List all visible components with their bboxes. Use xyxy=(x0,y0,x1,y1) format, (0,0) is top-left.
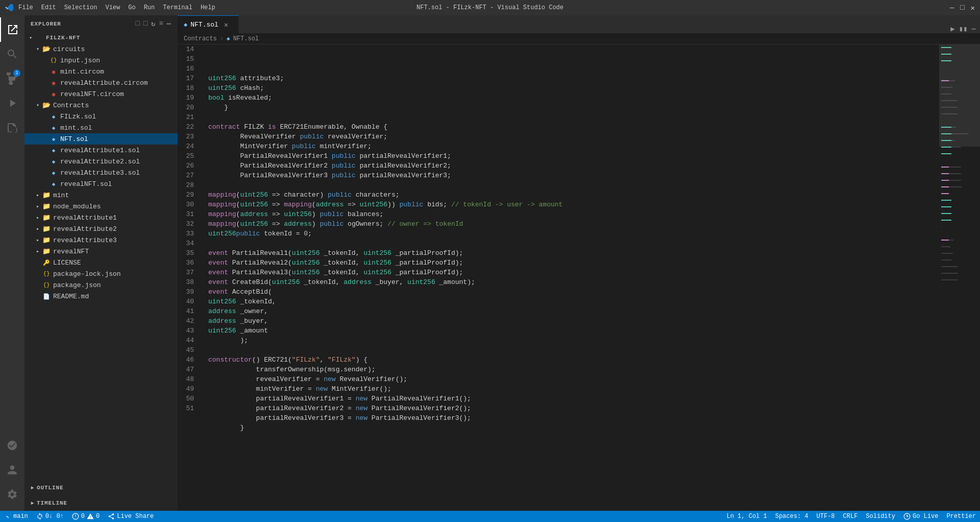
status-golive[interactable]: Go Live xyxy=(899,513,942,520)
status-line-ending[interactable]: CRLF xyxy=(839,513,862,520)
code-line-46: mintVerifier = new MintVerifier(); xyxy=(208,384,939,394)
tree-item-input-json[interactable]: {}input.json xyxy=(24,55,178,66)
file-icon-revealAttribute1-folder: 📁 xyxy=(42,213,51,222)
activity-search[interactable] xyxy=(0,42,24,66)
split-editor-icon[interactable]: ▮▮ xyxy=(959,25,968,33)
status-branch[interactable]: main xyxy=(0,511,32,522)
status-errors[interactable]: 0 0 xyxy=(68,511,104,522)
tree-item-revealAttribute2-folder[interactable]: ▸📁revealAttribute2 xyxy=(24,223,178,234)
timeline-header[interactable]: ► Timeline xyxy=(24,497,178,509)
code-line-31 xyxy=(208,239,939,248)
close-button[interactable]: ✕ xyxy=(971,4,975,12)
menu-edit[interactable]: Edit xyxy=(41,4,56,11)
tree-item-contracts-folder[interactable]: ▾📂Contracts xyxy=(24,100,178,111)
error-icon xyxy=(72,513,79,520)
tree-item-mint-sol[interactable]: ◆mint.sol xyxy=(24,122,178,133)
code-line-26: mapping(uint256 => character) public cha… xyxy=(208,190,939,200)
tree-label-node_modules-folder: node_modules xyxy=(53,203,101,210)
file-icon-revealNFT-folder: 📁 xyxy=(42,247,51,255)
breadcrumb-file[interactable]: NFT.sol xyxy=(233,35,259,42)
collapse-all-icon[interactable]: ≡ xyxy=(159,19,163,28)
code-line-38: address _owner, xyxy=(208,306,939,316)
golive-label: Go Live xyxy=(913,513,938,520)
status-position[interactable]: Ln 1, Col 1 xyxy=(723,513,771,520)
tab-close-button[interactable]: ✕ xyxy=(222,20,231,29)
menu-selection[interactable]: Selection xyxy=(64,4,97,11)
code-line-34: event PartialReveal3(uint256 _tokenId, u… xyxy=(208,268,939,277)
menu-run[interactable]: Run xyxy=(144,4,155,11)
tree-item-circuits-folder[interactable]: ▾📂circuits xyxy=(24,43,178,55)
code-line-32: event PartialReveal1(uint256 _tokenId, u… xyxy=(208,248,939,258)
line-number-36: 36 xyxy=(178,258,200,268)
tree-arrow-revealAttribute1-folder: ▸ xyxy=(34,215,42,221)
line-number-23: 23 xyxy=(178,132,200,141)
minimap[interactable] xyxy=(939,44,980,511)
tree-item-revealAttribute-circom[interactable]: ◉revealAttribute.circom xyxy=(24,77,178,88)
activity-run-debug[interactable] xyxy=(0,91,24,115)
tree-item-filzk-nft-root[interactable]: ▾FILZK-NFT xyxy=(24,32,178,43)
tree-item-revealAttribute3-sol[interactable]: ◆revealAttribute3.sol xyxy=(24,167,178,178)
menu-file[interactable]: File xyxy=(18,4,33,11)
run-code-icon[interactable]: ▶ xyxy=(950,25,954,33)
tree-label-revealNFT-folder: revealNFT xyxy=(53,248,89,255)
menu-bar[interactable]: File Edit Selection View Go Run Terminal… xyxy=(18,4,215,11)
more-tab-actions-icon[interactable]: ⋯ xyxy=(972,25,976,33)
tree-item-node_modules-folder[interactable]: ▸📁node_modules xyxy=(24,201,178,212)
menu-help[interactable]: Help xyxy=(201,4,215,11)
file-icon-revealAttribute3-sol: ◆ xyxy=(49,170,58,176)
tree-item-FILzk-sol[interactable]: ◆FILzk.sol xyxy=(24,111,178,122)
tree-item-mint-folder[interactable]: ▸📁mint xyxy=(24,189,178,201)
tree-item-mint-circom[interactable]: ◉mint.circom xyxy=(24,66,178,77)
tree-item-revealAttribute1-sol[interactable]: ◆revealAttribute1.sol xyxy=(24,145,178,156)
tree-item-revealNFT-circom[interactable]: ◉revealNFT.circom xyxy=(24,88,178,100)
tree-label-revealNFT-sol: revealNFT.sol xyxy=(60,180,112,188)
status-language[interactable]: Solidity xyxy=(862,513,899,520)
activity-extensions[interactable] xyxy=(0,115,24,140)
vscode-logo-icon xyxy=(5,4,13,12)
tree-arrow-mint-folder: ▸ xyxy=(34,192,42,198)
tree-item-readme-md[interactable]: 📄README.md xyxy=(24,291,178,302)
status-spaces[interactable]: Spaces: 4 xyxy=(771,513,813,520)
new-file-icon[interactable]: □ xyxy=(135,19,140,28)
activity-settings[interactable] xyxy=(0,482,24,507)
line-number-28: 28 xyxy=(178,180,200,190)
line-number-14: 14 xyxy=(178,44,200,54)
outline-header[interactable]: ► Outline xyxy=(24,482,178,493)
status-sync[interactable]: 0↓ 0↑ xyxy=(32,511,68,522)
status-encoding[interactable]: UTF-8 xyxy=(813,513,839,520)
refresh-icon[interactable]: ↻ xyxy=(151,19,156,28)
tree-label-mint-folder: mint xyxy=(53,192,69,199)
tree-item-package-json[interactable]: {}package.json xyxy=(24,279,178,291)
more-actions-icon[interactable]: ⋯ xyxy=(167,19,172,28)
breadcrumb-contracts[interactable]: Contracts xyxy=(184,35,217,42)
status-bar: main 0↓ 0↑ 0 0 Live Share Ln 1, Col 1 Sp… xyxy=(0,511,980,522)
liveshare-icon xyxy=(108,513,115,520)
tree-label-revealAttribute2-sol: revealAttribute2.sol xyxy=(60,158,140,165)
timeline-section: ► Timeline xyxy=(24,495,178,511)
menu-terminal[interactable]: Terminal xyxy=(163,4,192,11)
tree-item-license-file[interactable]: 🔑LICENSE xyxy=(24,257,178,268)
tree-item-revealAttribute1-folder[interactable]: ▸📁revealAttribute1 xyxy=(24,212,178,223)
tab-nft-sol[interactable]: ◆ NFT.sol ✕ xyxy=(178,15,239,33)
activity-remote[interactable] xyxy=(0,433,24,458)
tree-item-revealAttribute2-sol[interactable]: ◆revealAttribute2.sol xyxy=(24,156,178,167)
activity-account[interactable] xyxy=(0,458,24,482)
tree-item-revealAttribute3-folder[interactable]: ▸📁revealAttribute3 xyxy=(24,234,178,246)
indent-info: Spaces: 4 xyxy=(775,513,808,520)
activity-source-control[interactable]: 1 xyxy=(0,66,24,91)
tree-item-NFT-sol[interactable]: ◆NFT.sol xyxy=(24,133,178,145)
tree-item-revealNFT-folder[interactable]: ▸📁revealNFT xyxy=(24,246,178,257)
activity-explorer[interactable] xyxy=(0,17,24,42)
status-prettier[interactable]: Prettier xyxy=(942,513,980,520)
menu-go[interactable]: Go xyxy=(128,4,135,11)
menu-view[interactable]: View xyxy=(105,4,120,11)
maximize-button[interactable]: □ xyxy=(960,4,964,12)
new-folder-icon[interactable]: □ xyxy=(143,19,148,28)
minimize-button[interactable]: — xyxy=(950,4,954,12)
line-number-48: 48 xyxy=(178,374,200,384)
tree-item-package-lock-json[interactable]: {}package-lock.json xyxy=(24,268,178,279)
code-content[interactable]: uint256 attribute3; uint256 cHash; bool … xyxy=(204,44,939,511)
status-liveshare[interactable]: Live Share xyxy=(104,511,158,522)
outline-arrow-icon: ► xyxy=(29,485,37,491)
tree-item-revealNFT-sol[interactable]: ◆revealNFT.sol xyxy=(24,178,178,189)
